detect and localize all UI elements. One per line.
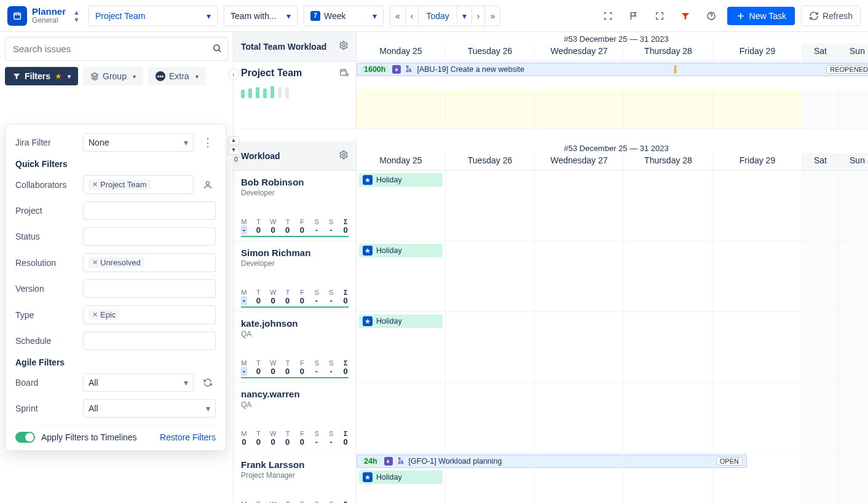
timeline-cell[interactable] xyxy=(624,90,713,129)
resource-day-cell[interactable] xyxy=(839,453,868,503)
search-icon[interactable] xyxy=(212,43,222,55)
timeline-cell[interactable] xyxy=(357,90,446,129)
user-icon[interactable] xyxy=(200,180,216,190)
more-icon[interactable]: ⋮ xyxy=(200,137,216,148)
project-select[interactable]: Project Team ▾ xyxy=(89,6,218,26)
resource-day-cell[interactable] xyxy=(535,383,624,453)
project-input[interactable] xyxy=(83,201,216,220)
focus-icon[interactable] xyxy=(598,6,618,26)
filters-pill[interactable]: Filters ★ ▾ xyxy=(5,67,78,85)
resolution-chip[interactable]: ✕Unresolved xyxy=(89,257,144,268)
resource-day-cell[interactable]: ★Holiday xyxy=(357,312,446,383)
type-chip[interactable]: ✕Epic xyxy=(89,310,119,320)
resource-day-cell[interactable] xyxy=(446,383,535,453)
resource-day-cell[interactable] xyxy=(802,312,839,383)
sync-icon[interactable] xyxy=(200,378,216,388)
resource-day-cell[interactable] xyxy=(839,241,868,312)
flag-icon[interactable] xyxy=(624,6,644,26)
resource-day-cell[interactable]: ★Holiday xyxy=(357,171,446,241)
search-input[interactable] xyxy=(5,37,228,61)
timeline-cell[interactable] xyxy=(802,90,839,129)
extra-pill[interactable]: ••• Extra ▾ xyxy=(148,67,206,85)
holiday-chip[interactable]: ★Holiday xyxy=(359,314,443,328)
remove-icon[interactable]: ✕ xyxy=(92,311,98,319)
gear-icon[interactable] xyxy=(339,41,349,52)
timeline-cell[interactable] xyxy=(446,90,535,129)
resource-day-cell[interactable] xyxy=(839,171,868,241)
resource-day-cell[interactable] xyxy=(713,241,802,312)
resource-day-cell[interactable] xyxy=(802,453,839,503)
apply-filters-toggle[interactable] xyxy=(15,432,35,443)
updown-icon[interactable]: ▲▼ xyxy=(71,9,82,23)
resource-day-cell[interactable]: ★Holiday xyxy=(357,241,446,312)
remove-icon[interactable]: ✕ xyxy=(92,259,98,267)
team-select[interactable]: Team with... ▾ xyxy=(224,6,298,26)
restore-filters-link[interactable]: Restore Filters xyxy=(160,432,216,442)
remove-icon[interactable]: ✕ xyxy=(92,181,98,189)
calendar-refresh-icon[interactable] xyxy=(339,68,349,79)
schedule-input[interactable] xyxy=(83,332,216,350)
resource-day-cell[interactable] xyxy=(535,171,624,241)
board-select[interactable]: All▾ xyxy=(83,373,194,392)
nav-prev-button[interactable]: ‹ xyxy=(406,6,419,26)
resource-day-cell[interactable] xyxy=(802,383,839,453)
resource-day-cell[interactable] xyxy=(624,171,713,241)
jira-filter-select[interactable]: None▾ xyxy=(83,133,194,152)
nav-today-button[interactable]: Today xyxy=(419,6,457,26)
sort-up-icon[interactable]: ▲ xyxy=(228,136,239,145)
task-bar-total[interactable]: 1600h [ABU-19] Create a new website REOP… xyxy=(357,63,868,76)
chevron-down-icon: ▾ xyxy=(184,378,188,388)
app-chip[interactable]: Planner General ▲▼ xyxy=(7,6,82,26)
resource-day-cell[interactable] xyxy=(624,453,713,503)
group-pill[interactable]: Group ▾ xyxy=(83,67,143,85)
nav-today-dropdown[interactable]: ▾ xyxy=(457,6,472,26)
timeline-cell[interactable] xyxy=(535,90,624,129)
nav-last-button[interactable]: » xyxy=(485,6,500,26)
holiday-chip[interactable]: ★Holiday xyxy=(359,173,443,187)
status-input[interactable] xyxy=(83,227,216,246)
resource-day-cell[interactable] xyxy=(624,312,713,383)
resolution-input[interactable]: ✕Unresolved xyxy=(83,253,216,272)
resource-day-cell[interactable] xyxy=(446,241,535,312)
help-icon[interactable] xyxy=(701,6,721,26)
resource-day-cell[interactable] xyxy=(535,453,624,503)
resource-day-cell[interactable] xyxy=(535,312,624,383)
resource-day-cell[interactable] xyxy=(624,241,713,312)
holiday-chip[interactable]: ★Holiday xyxy=(359,244,443,257)
resource-day-cell[interactable] xyxy=(713,383,802,453)
resource-day-cell[interactable] xyxy=(535,241,624,312)
range-select[interactable]: 7 Week ▾ xyxy=(304,6,384,26)
filter-icon[interactable] xyxy=(676,6,695,26)
resource-day-cell[interactable] xyxy=(802,171,839,241)
side-sort-arrows[interactable]: ▲ ▼ xyxy=(228,136,239,155)
holiday-chip[interactable]: ★Holiday xyxy=(359,470,443,484)
version-input[interactable] xyxy=(83,279,216,298)
sprint-select[interactable]: All▾ xyxy=(83,399,216,418)
nav-next-button[interactable]: › xyxy=(472,6,486,26)
resource-day-cell[interactable] xyxy=(357,383,446,453)
resource-day-cell[interactable] xyxy=(624,383,713,453)
resource-day-cell[interactable] xyxy=(839,312,868,383)
collaborators-input[interactable]: ✕Project Team xyxy=(83,175,194,194)
timeline-cell[interactable] xyxy=(713,90,802,129)
resource-day-cell[interactable] xyxy=(713,453,802,503)
resource-day-cell[interactable] xyxy=(713,171,802,241)
collapse-left-button[interactable]: ‹ xyxy=(228,69,239,80)
resource-day-cell[interactable] xyxy=(802,241,839,312)
resource-day-cell[interactable] xyxy=(446,453,535,503)
nav-first-button[interactable]: « xyxy=(390,6,406,26)
expand-icon[interactable] xyxy=(650,6,669,26)
refresh-button[interactable]: Refresh xyxy=(801,6,861,26)
resource-day-cell[interactable] xyxy=(713,312,802,383)
timeline-cell[interactable] xyxy=(839,90,868,129)
new-task-button[interactable]: New Task xyxy=(727,7,795,25)
sort-down-icon[interactable]: ▼ xyxy=(228,146,239,155)
collaborators-chip[interactable]: ✕Project Team xyxy=(89,179,151,190)
group-pill-label: Group xyxy=(103,71,127,81)
gear-icon[interactable] xyxy=(339,150,349,162)
resource-day-cell[interactable] xyxy=(446,171,535,241)
resource-day-cell[interactable] xyxy=(446,312,535,383)
type-input[interactable]: ✕Epic xyxy=(83,305,216,324)
resource-day-cell[interactable] xyxy=(839,383,868,453)
resource-day-cell[interactable]: 24h [GFO-1] Workload planning OPEN★Holid… xyxy=(357,453,446,503)
